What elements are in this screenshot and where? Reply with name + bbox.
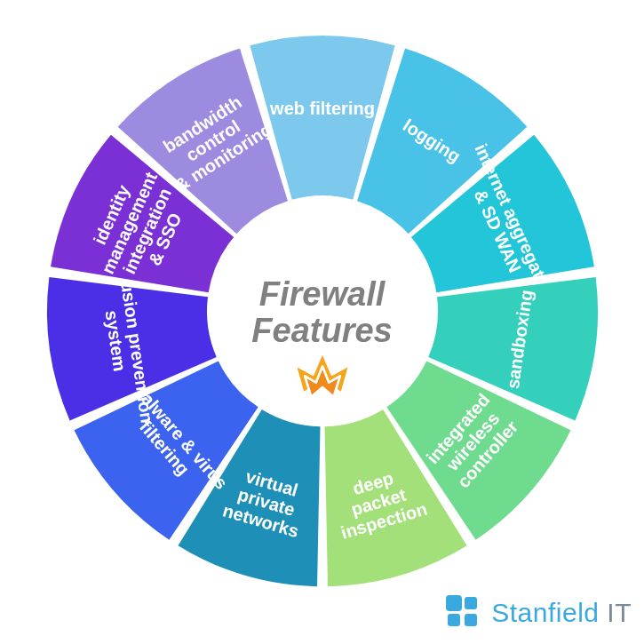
brand-name-rest: IT <box>600 598 632 627</box>
wheel-segment-label: web filtering <box>269 99 375 118</box>
svg-rect-3 <box>465 614 477 626</box>
brand-logo-text: Stanfield IT <box>491 598 632 628</box>
brand-logo-icon <box>445 594 482 632</box>
brand-name-accent: Stanfield <box>491 598 599 627</box>
svg-rect-1 <box>465 597 477 609</box>
svg-rect-2 <box>448 614 460 626</box>
brand-logo: Stanfield IT <box>445 594 632 632</box>
diagram-stage: web filteringlogginginternet aggregation… <box>0 0 644 644</box>
feature-wheel: web filteringlogginginternet aggregation… <box>38 27 607 595</box>
svg-rect-0 <box>446 595 462 611</box>
